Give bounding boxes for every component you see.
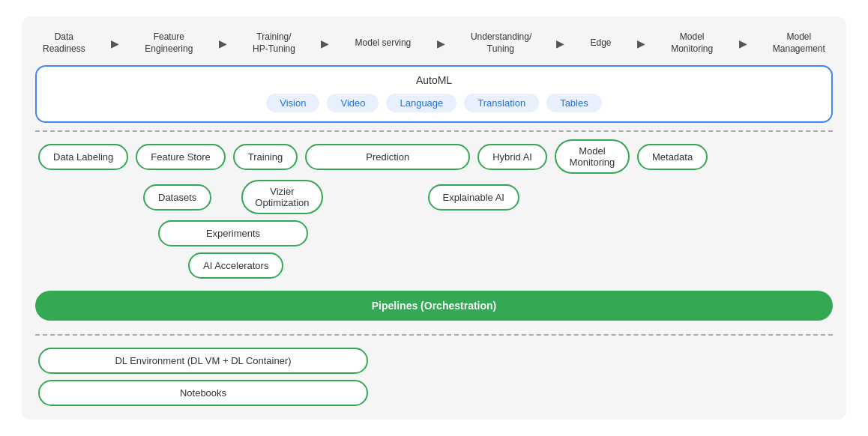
pipeline-header: Data Readiness ▶ Feature Engineering ▶ T…: [35, 31, 833, 55]
pill-explainable-ai[interactable]: Explainable AI: [428, 184, 519, 211]
pill-vizier[interactable]: Vizier Optimization: [241, 180, 322, 214]
dashed-separator-2: [35, 334, 833, 336]
automl-chip-vision[interactable]: Vision: [266, 94, 319, 112]
automl-chip-translation[interactable]: Translation: [464, 94, 539, 112]
pill-prediction[interactable]: Prediction: [305, 144, 470, 170]
arrow-icon-6: ▶: [637, 37, 645, 49]
pipeline-step-feature-eng: Feature Engineering: [145, 31, 193, 55]
pipeline-step-data-readiness: Data Readiness: [43, 31, 85, 55]
main-pills-row1: Data Labeling Feature Store Training Pre…: [35, 139, 833, 174]
pill-training[interactable]: Training: [233, 144, 298, 170]
automl-chip-tables[interactable]: Tables: [546, 94, 602, 112]
pipeline-step-understanding: Understanding/ Tuning: [471, 31, 531, 55]
pill-ai-accelerators[interactable]: AI Accelerators: [188, 252, 283, 279]
pipeline-step-edge: Edge: [591, 37, 612, 49]
pipeline-step-model-monitoring: Model Monitoring: [671, 31, 713, 55]
automl-chips: Vision Video Language Translation Tables: [49, 94, 819, 112]
bottom-pills: DL Environment (DL VM + DL Container) No…: [35, 348, 833, 406]
automl-title: AutoML: [49, 74, 819, 86]
pill-experiments[interactable]: Experiments: [158, 220, 308, 246]
pill-notebooks[interactable]: Notebooks: [38, 380, 368, 406]
arrow-icon-3: ▶: [321, 37, 329, 49]
pill-dl-env[interactable]: DL Environment (DL VM + DL Container): [38, 348, 368, 374]
arrow-icon-1: ▶: [111, 37, 119, 49]
automl-section: AutoML Vision Video Language Translation…: [35, 65, 833, 123]
diagram-container: Data Readiness ▶ Feature Engineering ▶ T…: [22, 16, 846, 420]
bottom-section: DL Environment (DL VM + DL Container) No…: [35, 343, 833, 406]
arrow-icon-5: ▶: [556, 37, 564, 49]
main-pills-row2: Datasets Vizier Optimization Explainable…: [140, 180, 833, 214]
pill-data-labeling[interactable]: Data Labeling: [38, 144, 128, 170]
pill-hybrid-ai[interactable]: Hybrid AI: [477, 144, 547, 170]
dashed-separator-1: [35, 130, 833, 132]
arrow-icon-2: ▶: [219, 37, 227, 49]
pill-metadata[interactable]: Metadata: [637, 144, 708, 170]
arrow-icon-7: ▶: [739, 37, 747, 49]
pipelines-bar[interactable]: Pipelines (Orchestration): [35, 291, 833, 321]
automl-chip-video[interactable]: Video: [327, 94, 379, 112]
pill-datasets[interactable]: Datasets: [143, 184, 211, 211]
automl-chip-language[interactable]: Language: [386, 94, 456, 112]
pill-model-monitoring[interactable]: Model Monitoring: [555, 139, 630, 174]
pipeline-step-model-serving: Model serving: [355, 37, 412, 49]
arrow-icon-4: ▶: [437, 37, 445, 49]
main-area: Data Labeling Feature Store Training Pre…: [35, 139, 833, 327]
pipeline-step-model-management: Model Management: [773, 31, 825, 55]
main-pills-row3: Experiments: [155, 220, 833, 246]
main-pills-row4: AI Accelerators: [185, 252, 833, 279]
pill-feature-store[interactable]: Feature Store: [136, 144, 226, 170]
pipeline-step-training: Training/ HP-Tuning: [253, 31, 295, 55]
